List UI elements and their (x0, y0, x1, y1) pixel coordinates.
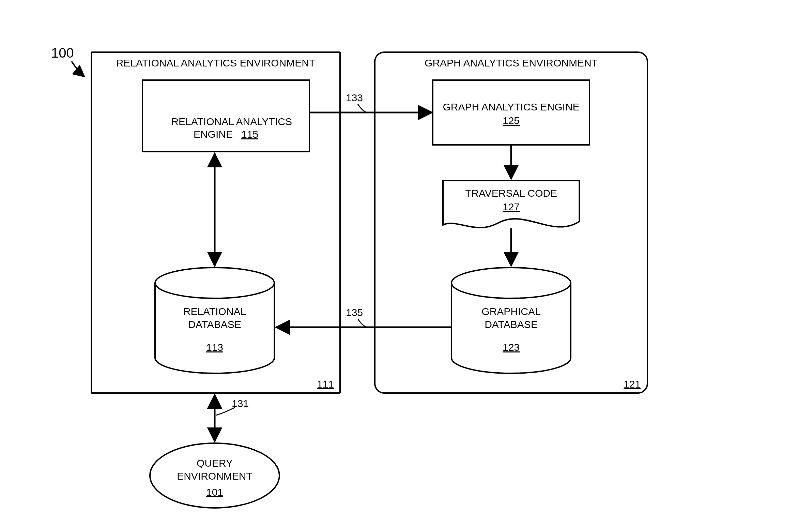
graph-env-title: GRAPH ANALYTICS ENVIRONMENT (375, 57, 648, 70)
svg-point-1 (451, 268, 571, 298)
diagram-svg (0, 0, 812, 527)
relational-engine-ref: 115 (241, 129, 258, 140)
relational-env-title: RELATIONAL ANALYTICS ENVIRONMENT (91, 57, 340, 70)
connector-131-label: 131 (232, 397, 249, 410)
svg-point-0 (155, 268, 274, 298)
graphical-db-ref: 123 (503, 341, 520, 354)
traversal-code-ref: 127 (503, 200, 520, 213)
graph-engine-label: GRAPH ANALYTICS ENGINE (433, 101, 590, 114)
diagram-stage: 100 RELATIONAL ANALYTICS ENVIRONMENT 111… (0, 0, 812, 527)
relational-engine-text: RELATIONAL ANALYTICS ENGINE (171, 116, 292, 140)
query-env-ref: 101 (206, 486, 223, 499)
connector-133-label: 133 (346, 91, 363, 104)
relational-db-label: RELATIONAL DATABASE (155, 305, 274, 331)
connector-135-label: 135 (346, 306, 363, 319)
figure-ref: 100 (51, 44, 74, 61)
graph-engine-ref: 125 (503, 114, 520, 127)
relational-db-ref: 113 (206, 341, 223, 354)
graphical-db-label: GRAPHICAL DATABASE (451, 305, 571, 331)
query-env-label: QUERY ENVIRONMENT (150, 457, 279, 482)
traversal-code-label: TRAVERSAL CODE (443, 187, 579, 200)
relational-env-ref: 111 (317, 378, 334, 391)
relational-engine-label: RELATIONAL ANALYTICS ENGINE 115 (142, 102, 309, 153)
graph-env-ref: 121 (624, 378, 641, 391)
